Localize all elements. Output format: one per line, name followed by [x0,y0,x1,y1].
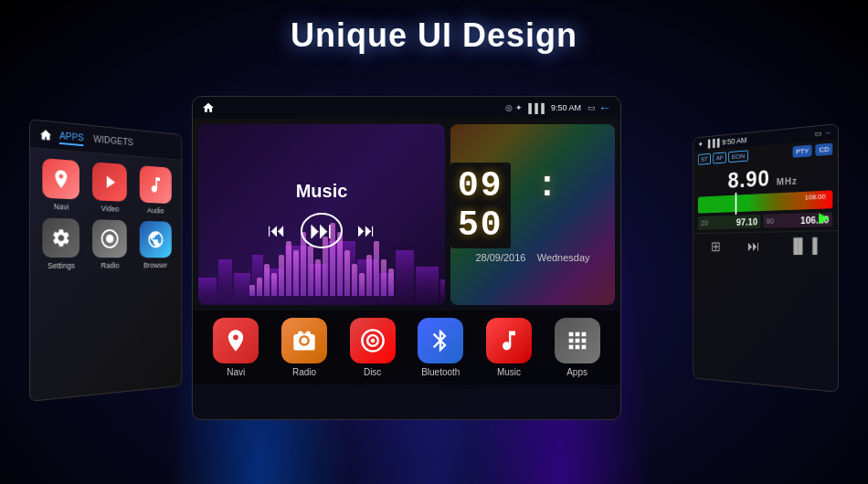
back-indicator: ← [598,100,611,115]
music-bar [344,250,350,296]
page-title: Unique UI Design [291,16,577,55]
rewind-button[interactable]: ⏮ [268,220,286,241]
dock-navi[interactable]: Navi [213,318,259,377]
clock-time: 09 : 50 [450,166,615,245]
bluetooth-indicator: ✦ [515,103,523,112]
music-bar [308,246,313,296]
music-title: Music [296,181,348,202]
clock-widget: 09 : 50 28/09/2016 Wednesday [450,124,615,305]
dock-bluetooth[interactable]: Bluetooth [418,318,463,377]
audio-label: Audio [147,206,164,216]
left-app-audio[interactable]: Audio [136,165,175,216]
fast-forward-button[interactable]: ⏭ [357,220,376,241]
navi-icon [42,158,79,199]
music-bar [388,268,394,296]
left-panel: APPS WIDGETS Navi Video Audio Se [29,119,182,402]
browser-icon [140,221,172,258]
dock-radio[interactable]: Radio [281,318,327,377]
play-next-button[interactable]: ⏭ [301,213,343,248]
music-bar [264,264,270,296]
browser-label: Browser [143,261,167,269]
grid-icon[interactable]: ⊞ [711,238,720,254]
music-bars [198,241,445,296]
center-statusbar: ◎ ✦ ▐▐▐ 9:50 AM ▭ ← [193,97,620,119]
pty-button[interactable]: PTY [792,144,812,157]
preset-grid: 20 97.10 90 106.20 [698,212,832,229]
music-bar [286,241,291,296]
center-panel: ◎ ✦ ▐▐▐ 9:50 AM ▭ ← [192,96,621,420]
status-left [202,101,215,114]
frequency-needle [736,193,737,215]
tab-widgets[interactable]: WIDGETS [93,132,133,151]
dock-navi-icon [213,318,259,363]
skip-forward-icon[interactable]: ⏭ [747,238,760,254]
preset-row-1[interactable]: 20 97.10 [698,215,761,230]
left-app-navi[interactable]: Navi [39,158,83,212]
left-app-video[interactable]: Video [90,162,131,214]
tag-st: ST [698,153,711,165]
dock-bt-label: Bluetooth [421,367,460,377]
video-label: Video [101,204,120,213]
equalizer-icon[interactable]: ▐▌▐ [789,237,817,254]
clock-minutes: 50 [450,202,511,248]
radio-label: Radio [101,261,119,269]
dock-disc[interactable]: Disc [350,318,396,377]
preset-freq-1: 97.10 [736,216,757,227]
music-bar [381,259,386,296]
tag-af: AF [714,152,727,163]
music-bar [271,273,277,296]
right-status-right: ▭ ← [814,128,832,139]
dock-bt-icon [418,318,463,363]
navi-label: Navi [54,202,69,211]
dock-music-icon [486,318,532,363]
svg-point-0 [106,235,114,244]
music-widget: Music ⏮ ⏭ ⏭ [198,124,445,305]
radio-buttons: PTY CD [792,143,832,158]
radio-band-tags: ST AF EON [698,150,748,164]
music-controls[interactable]: ⏮ ⏭ ⏭ [268,213,376,248]
signal-indicator: ▐▐▐ [525,103,545,113]
music-bar [359,273,365,296]
music-bar [279,255,284,296]
dock-disc-label: Disc [364,367,381,377]
right-panel: ✦ ▐▐▐ 9:50 AM ▭ ← ST AF EON PTY CD 8.90 … [693,123,839,393]
music-bar [352,264,357,296]
frequency-number: 8.90 MHz [728,163,798,193]
dock-navi-label: Navi [227,367,245,377]
dock-apps-label: Apps [566,367,587,377]
music-bar [374,241,379,296]
music-bar [366,255,372,296]
settings-label: Settings [48,261,75,270]
music-bar [315,259,321,296]
left-tabs: APPS WIDGETS [59,128,133,151]
cd-button[interactable]: CD [816,143,832,156]
audio-icon [140,165,172,204]
center-music-section: Music ⏮ ⏭ ⏭ 09 : 50 28/09/2016 Wednesday [193,119,620,310]
dock-apps-icon [555,318,600,363]
dock-disc-icon [350,318,396,363]
dock-radio-icon [281,318,327,363]
dock-music[interactable]: Music [486,318,532,377]
preset-num-2: 90 [766,216,774,226]
left-app-browser[interactable]: Browser [136,221,175,269]
left-app-radio[interactable]: Radio [90,219,131,269]
clock-colon: : [536,166,559,205]
clock-date: 28/09/2016 Wednesday [475,252,589,263]
battery-indicator: ▭ [587,103,596,112]
music-bar [249,285,255,296]
music-bar [293,250,299,296]
dock-radio-label: Radio [292,367,316,377]
status-center-icons: ◎ ✦ ▐▐▐ 9:50 AM ▭ ← [505,100,611,115]
home-icon [39,128,53,142]
radio-icon [93,219,128,258]
settings-icon [42,217,79,258]
right-bottom-controls: ⊞ ⏭ ▐▌▐ [693,230,838,259]
location-indicator: ◎ [505,103,513,112]
home-small-icon [202,101,215,114]
play-button[interactable]: ▶ [819,208,829,226]
video-icon [93,162,128,202]
tab-apps[interactable]: APPS [59,128,84,146]
dock-apps[interactable]: Apps [555,318,600,377]
svg-point-17 [370,339,375,343]
left-app-settings[interactable]: Settings [39,217,83,270]
